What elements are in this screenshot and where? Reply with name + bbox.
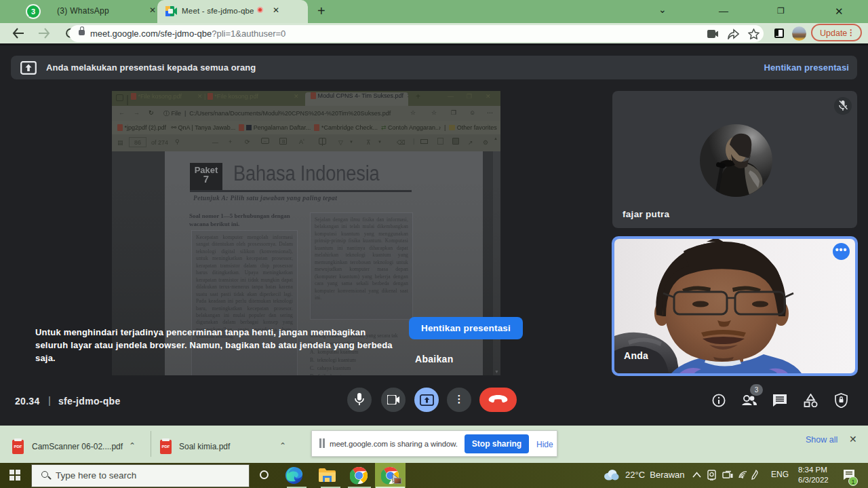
- svg-text:3: 3: [31, 7, 35, 16]
